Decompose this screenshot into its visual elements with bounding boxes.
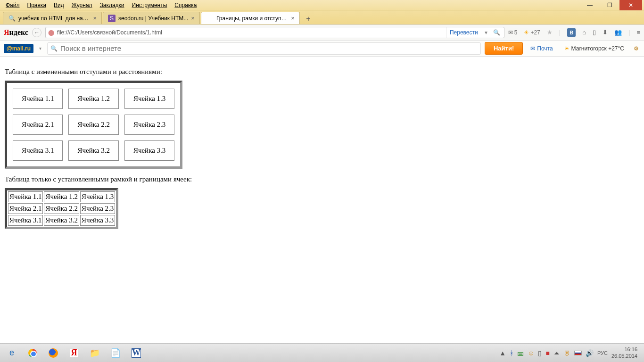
ie-icon[interactable]: e [2,345,22,361]
mailru-dropdown-icon[interactable]: ▾ [37,46,43,51]
yandex-logo[interactable]: Яндекс [4,28,28,37]
find-button[interactable]: Найти! [485,42,523,55]
caption-2: Таблица только с установленными рамкой и… [5,175,639,183]
mailru-search-field[interactable]: 🔍 [47,42,481,55]
weather-city[interactable]: ☀Магнитогорск +27°C [561,45,628,52]
date: 26.05.2014 [611,353,637,359]
battery-icon[interactable]: ▯ [538,349,542,357]
mail-icon: ✉ [508,29,513,36]
dash-icon[interactable]: ■ [545,349,549,357]
table-row: Ячейка 3.1 Ячейка 3.2 Ячейка 3.3 [8,215,115,226]
tray-up-icon[interactable]: ▲ [499,349,506,357]
favicon-icon: S [108,15,116,22]
firefox-icon[interactable] [43,345,63,361]
table-row: Ячейка 2.1 Ячейка 2.2 Ячейка 2.3 [13,115,174,135]
cell: Ячейка 1.2 [44,191,79,202]
cell: Ячейка 3.3 [80,215,115,226]
time: 16:16 [611,346,637,353]
close-icon[interactable]: × [291,15,295,22]
cell: Ячейка 1.3 [124,89,174,109]
separator: | [559,29,561,36]
menu-file[interactable]: Файл [2,1,24,9]
download-icon[interactable]: ⬇ [603,29,608,36]
explorer-icon[interactable]: 📁 [85,345,105,361]
caption-1: Таблица с измененными отступами и рассто… [5,68,639,76]
cell: Ячейка 3.3 [124,140,174,161]
yandex-icon[interactable]: Я [64,345,84,361]
notes-icon[interactable]: 📄 [106,345,125,361]
menu-help[interactable]: Справка [171,1,200,9]
cell: Ячейка 1.1 [8,191,43,202]
menu-view[interactable]: Вид [50,1,68,9]
close-button[interactable]: ✕ [619,0,642,10]
cell: Ячейка 2.1 [8,203,43,214]
menu-history[interactable]: Журнал [68,1,96,9]
translate-button[interactable]: Перевести [446,27,481,38]
table-1: Ячейка 1.1 Ячейка 1.2 Ячейка 1.3 Ячейка … [5,81,182,169]
tab-title: seodon.ru | Учебник HTM... [118,15,188,22]
favicon-icon [206,15,214,22]
menu-bookmarks[interactable]: Закладки [96,1,128,9]
mailru-logo[interactable]: @mail.ru [4,44,33,53]
back-button[interactable]: ← [32,28,41,37]
site-identity-icon[interactable]: ⬤ [48,29,55,36]
tab-1[interactable]: S seodon.ru | Учебник HTM... × [103,12,200,24]
tab-2-active[interactable]: Границы, рамки и отступы та... × [201,12,300,24]
tab-title: Границы, рамки и отступы та... [216,15,288,22]
search-icon: 🔍 [50,45,58,52]
table-row: Ячейка 1.1 Ячейка 1.2 Ячейка 1.3 [13,89,174,109]
cell: Ячейка 3.2 [68,140,118,161]
cell: Ячейка 3.1 [13,140,63,161]
cell: Ячейка 1.3 [80,191,115,202]
word-icon[interactable]: W [126,345,146,361]
tab-0[interactable]: 🔍 учебник по HTML для начи... × [3,12,102,24]
home-icon[interactable]: ⌂ [582,29,586,36]
toolbar-icons: ✉ 5 ☀ +27 ★ | B ⌂ ▯ ⬇ 👥 | ≡ [508,28,640,37]
hamburger-menu-icon[interactable]: ≡ [636,29,640,36]
mail-link[interactable]: ✉Почта [527,45,556,52]
close-icon[interactable]: × [93,15,97,22]
table-row: Ячейка 2.1 Ячейка 2.2 Ячейка 2.3 [8,203,115,214]
cell: Ячейка 3.1 [8,215,43,226]
chrome-icon[interactable] [23,345,42,361]
favicon-icon: 🔍 [8,15,16,22]
bluetooth-icon[interactable]: ᚼ [510,349,513,357]
sun-icon: ☀ [524,29,529,36]
cell: Ячейка 1.2 [68,89,118,109]
menu-edit[interactable]: Правка [24,1,50,9]
new-tab-button[interactable]: + [303,14,314,24]
reading-icon[interactable]: ▯ [593,29,596,36]
mailru-search-input[interactable] [60,43,478,54]
gear-icon[interactable]: ⚙ [632,44,640,53]
url-input[interactable] [57,27,445,38]
smiley-icon[interactable]: ☺ [528,349,534,357]
close-icon[interactable]: × [191,15,195,22]
tab-title: учебник по HTML для начи... [18,15,90,22]
page-content: Таблица с измененными отступами и рассто… [0,57,644,338]
volume-icon[interactable]: 🔊 [586,349,594,357]
friends-icon[interactable]: 👥 [614,29,622,36]
star-icon[interactable]: ★ [547,29,553,36]
url-field[interactable]: ⬤ Перевести ▾ 🔍 [45,27,504,38]
url-dropdown-icon[interactable]: ▾ [483,29,489,36]
cell: Ячейка 2.3 [124,115,174,135]
vk-icon[interactable]: B [567,28,576,37]
menu-tools[interactable]: Инструменты [128,1,171,9]
shield-icon[interactable]: ⛨ [564,349,570,357]
maximize-button[interactable]: ❐ [600,0,619,10]
mail-indicator[interactable]: ✉ 5 [508,29,518,36]
cell: Ячейка 2.2 [44,203,79,214]
taskbar: e Я 📁 📄 W ▲ ᚼ 🖴 ☺ ▯ ■ ⏶ ⛨ 🔊 РУС 16:16 26… [0,343,644,362]
weather-indicator[interactable]: ☀ +27 [524,29,540,36]
wifi-icon[interactable]: ⏶ [553,349,560,357]
flag-icon[interactable] [574,351,582,355]
language-indicator[interactable]: РУС [597,350,608,356]
cell: Ячейка 2.1 [13,115,63,135]
cell: Ячейка 2.3 [80,203,115,214]
search-icon[interactable]: 🔍 [491,29,502,36]
disk-icon[interactable]: 🖴 [517,349,524,357]
cell: Ячейка 2.2 [68,115,118,135]
table-row: Ячейка 3.1 Ячейка 3.2 Ячейка 3.3 [13,140,174,161]
clock[interactable]: 16:16 26.05.2014 [611,346,640,359]
minimize-button[interactable]: — [580,0,600,10]
